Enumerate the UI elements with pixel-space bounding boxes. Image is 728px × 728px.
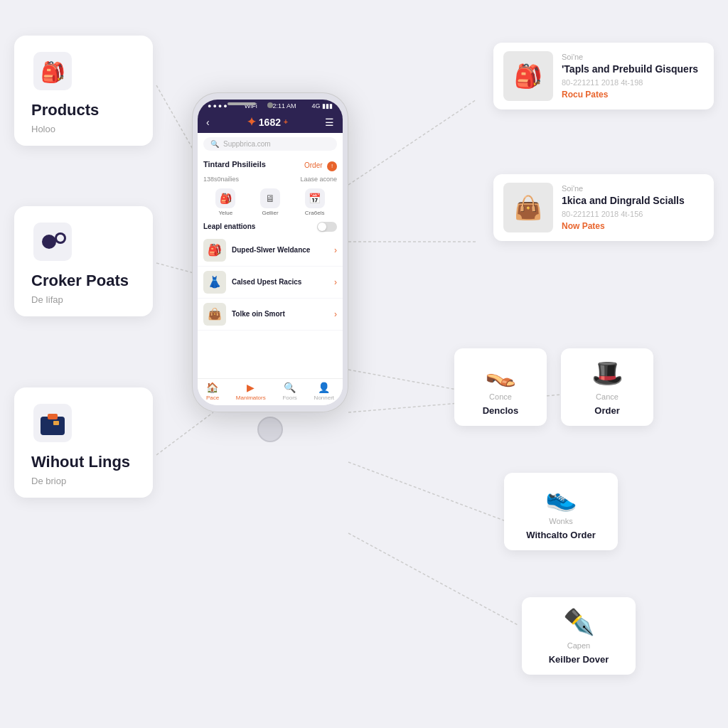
order-label[interactable]: Order [304,161,323,169]
withcalto-icon: 👟 [545,483,577,513]
phone-home-button[interactable] [257,417,283,442]
toggle-row: Leapl enattions [198,219,343,235]
callout-denclos: 👡 Conce Denclos [454,348,547,426]
toggle-label: Leapl enattions [203,223,255,230]
withcalto-title: Withcalto Order [526,530,595,540]
svg-line-3 [348,100,476,185]
svg-text:🎒: 🎒 [41,60,65,84]
time-display: 2:11 AM [273,102,296,109]
product-2-date: 80-221211 2018 4t-156 [562,210,704,218]
phone-screen: ●●●● WiFi 2:11 AM 4G ▮▮▮ ‹ ✦ 1682 + ☰ 🔍 [198,100,343,405]
phone-outer: ●●●● WiFi 2:11 AM 4G ▮▮▮ ‹ ✦ 1682 + ☰ 🔍 [192,92,348,412]
svg-line-8 [348,533,519,626]
yelue-icon: 🎒 [215,188,235,208]
icon-cra6els[interactable]: 📅 Cra6els [305,188,325,216]
order-badge: ! [327,161,337,171]
section-header: Tintard Phsilieils Order ! [198,155,343,174]
back-icon[interactable]: ‹ [206,117,210,128]
feature-card-croker: Croker Poats De Iifap [14,206,153,316]
phone-icons-row: 🎒 Yelue 🖥 Gellier 📅 Cra6els [198,186,343,219]
callout-keilber: ✒️ Capen Keilber Dover [522,597,636,675]
products-subtitle: Holoo [31,124,55,134]
signal-strength: 4G ▮▮▮ [311,102,333,109]
phone-speaker [228,102,256,105]
app-title: ✦ 1682 + [247,115,288,129]
denclos-icon: 👡 [485,358,517,388]
toggle-switch[interactable] [317,222,337,232]
pace-label: Pace [206,395,219,401]
product-card-1: 🎒 Soi'ne 'Tapls and Prebuild Gisquers 80… [493,43,714,109]
denclos-title: Denclos [483,405,519,416]
croker-title: Croker Poats [31,272,129,290]
icon-yelue[interactable]: 🎒 Yelue [215,188,235,216]
svg-rect-18 [53,421,59,425]
logo-star-icon: ✦ [247,115,256,129]
bnav-foors[interactable]: 🔍 Foors [282,382,296,401]
icon-gellier[interactable]: 🖥 Gellier [260,188,280,216]
product-1-name: 'Tapls and Prebuild Gisquers [562,63,704,75]
product-1-image: 🎒 [503,51,553,101]
search-box[interactable]: 🔍 Suppbrica.com [203,137,337,151]
bnav-manimators[interactable]: ▶ Manimators [236,382,266,401]
section-title: Tintard Phsilieils [203,160,266,168]
product-1-info: Soi'ne 'Tapls and Prebuild Gisquers 80-2… [562,53,704,100]
keilber-title: Keilber Dover [549,654,609,665]
phone-bottom-nav: 🏠 Pace ▶ Manimators 🔍 Foors 👤 Nonnert [198,378,343,405]
order-title: Order [594,405,619,416]
list-item-3-text: Tolke oin Smort [232,310,328,318]
product-2-info: Soi'ne 1kica and Dingrald Scialls 80-221… [562,184,704,231]
menu-icon[interactable]: ☰ [325,117,334,128]
product-2-image: 👜 [503,183,553,232]
stats-right: Laase acone [300,176,337,183]
search-placeholder: Suppbrica.com [223,140,271,148]
callout-order: 🎩 Cance Order [561,348,653,426]
foors-icon: 🔍 [284,382,296,393]
phone-camera [267,102,273,108]
croker-subtitle: De Iifap [31,294,63,305]
foors-label: Foors [282,395,296,401]
svg-rect-17 [48,414,58,419]
feature-card-wihout: Wihout Lings De briop [14,387,153,498]
denclos-sub: Conce [489,392,512,401]
list-item-3[interactable]: 👜 Tolke oin Smort › [198,299,343,331]
search-icon: 🔍 [210,140,219,148]
products-icon: 🎒 [31,50,74,92]
product-2-source: Soi'ne [562,184,704,193]
manimators-label: Manimators [236,395,266,401]
bnav-pace[interactable]: 🏠 Pace [206,382,219,401]
order-sub: Cance [596,392,619,401]
list-item-2-text: Calsed Upest Racics [232,278,328,286]
list-item-2[interactable]: 👗 Calsed Upest Racics › [198,267,343,299]
yelue-label: Yelue [218,210,232,216]
phone-stats: 138s0nailies Laase acone [198,174,343,186]
list-item-2-arrow: › [334,277,337,287]
gellier-label: Gellier [262,210,278,216]
callout-withcalto: 👟 Wonks Withcalto Order [504,473,618,550]
product-1-link[interactable]: Rocu Pates [562,90,704,100]
product-1-date: 80-221211 2018 4t-198 [562,78,704,87]
list-item-3-icon: 👜 [203,303,226,326]
manimators-icon: ▶ [247,382,255,393]
product-1-source: Soi'ne [562,53,704,61]
list-item-1-icon: 🎒 [203,239,226,262]
list-item-1-arrow: › [334,245,337,255]
product-2-link[interactable]: Now Pates [562,221,704,231]
bnav-nonnert[interactable]: 👤 Nonnert [314,382,334,401]
gellier-icon: 🖥 [260,188,280,208]
order-icon: 🎩 [592,358,623,388]
list-item-1-text: Duped-Slwer Weldance [232,246,328,254]
svg-point-14 [57,235,64,242]
product-card-2: 👜 Soi'ne 1kica and Dingrald Scialls 80-2… [493,174,714,241]
products-title: Products [31,101,99,119]
list-item-1[interactable]: 🎒 Duped-Slwer Weldance › [198,235,343,267]
list-item-2-icon: 👗 [203,271,226,294]
wihout-icon [31,402,74,444]
logo-superscript: + [284,118,288,126]
nonnert-icon: 👤 [318,382,330,393]
list-item-3-arrow: › [334,309,337,319]
stats-left: 138s0nailies [203,176,239,183]
wihout-title: Wihout Lings [31,453,130,471]
svg-point-12 [42,235,56,249]
phone-search-area: 🔍 Suppbrica.com [198,133,343,155]
phone-navbar: ‹ ✦ 1682 + ☰ [198,112,343,133]
